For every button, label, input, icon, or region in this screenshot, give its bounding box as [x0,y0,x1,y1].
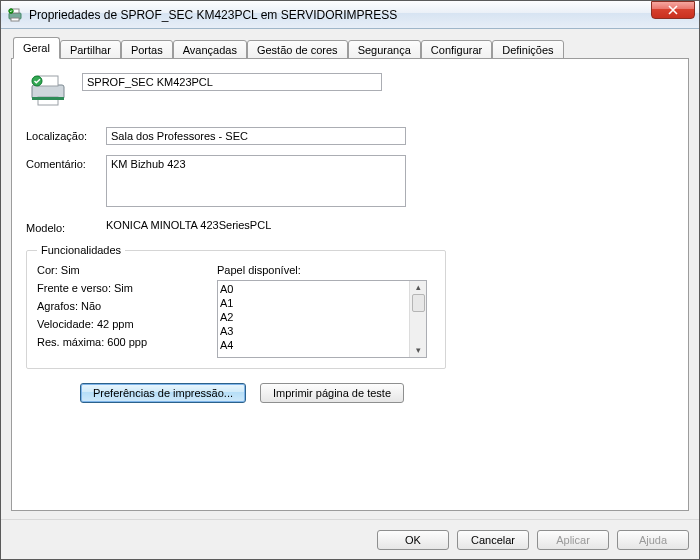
printer-app-icon [7,7,23,23]
comment-input[interactable] [106,155,406,207]
list-item[interactable]: A3 [220,324,407,338]
printing-preferences-button[interactable]: Preferências de impressão... [80,383,246,403]
apply-button[interactable]: Aplicar [537,530,609,550]
scroll-thumb[interactable] [412,294,425,312]
printer-name-input[interactable] [82,73,382,91]
location-input[interactable] [106,127,406,145]
titlebar[interactable]: Propriedades de SPROF_SEC KM423PCL em SE… [1,1,699,29]
feature-duplex: Frente e verso: Sim [37,282,217,294]
print-test-page-button[interactable]: Imprimir página de teste [260,383,404,403]
svg-rect-2 [11,18,19,21]
features-left: Cor: Sim Frente e verso: Sim Agrafos: Nã… [37,264,217,358]
ok-button[interactable]: OK [377,530,449,550]
location-row: Localização: [26,127,674,145]
tab-avancadas[interactable]: Avançadas [173,40,247,60]
svg-rect-7 [32,97,64,100]
properties-window: Propriedades de SPROF_SEC KM423PCL em SE… [0,0,700,560]
scroll-down-icon[interactable]: ▾ [416,346,421,355]
tab-portas[interactable]: Portas [121,40,173,60]
scroll-up-icon[interactable]: ▴ [416,283,421,292]
cancel-button[interactable]: Cancelar [457,530,529,550]
client-area: Geral Partilhar Portas Avançadas Gestão … [1,29,699,519]
action-button-row: Preferências de impressão... Imprimir pá… [80,383,674,403]
tab-seguranca[interactable]: Segurança [348,40,421,60]
list-item[interactable]: A2 [220,310,407,324]
list-item[interactable]: A0 [220,282,407,296]
feature-speed: Velocidade: 42 ppm [37,318,217,330]
paper-list-items: A0 A1 A2 A3 A4 [218,281,409,357]
help-button[interactable]: Ajuda [617,530,689,550]
tab-partilhar[interactable]: Partilhar [60,40,121,60]
scrollbar[interactable]: ▴ ▾ [409,281,426,357]
close-icon [668,5,678,15]
comment-label: Comentário: [26,155,106,170]
tab-strip: Geral Partilhar Portas Avançadas Gestão … [11,37,689,59]
tab-page-geral: Localização: Comentário: Modelo: KONICA … [11,58,689,511]
close-button[interactable] [651,1,695,19]
feature-staple: Agrafos: Não [37,300,217,312]
features-group: Funcionalidades Cor: Sim Frente e verso:… [26,244,446,369]
feature-color: Cor: Sim [37,264,217,276]
printer-name-row [26,73,674,109]
tab-configurar[interactable]: Configurar [421,40,492,60]
list-item[interactable]: A4 [220,338,407,352]
location-label: Localização: [26,127,106,142]
tab-geral[interactable]: Geral [13,37,60,59]
feature-maxres: Res. máxima: 600 ppp [37,336,217,348]
features-legend: Funcionalidades [37,244,125,256]
printer-icon [28,73,68,109]
comment-row: Comentário: [26,155,674,209]
tab-definicoes[interactable]: Definições [492,40,563,60]
list-item[interactable]: A1 [220,296,407,310]
model-value: KONICA MINOLTA 423SeriesPCL [106,219,271,234]
window-title: Propriedades de SPROF_SEC KM423PCL em SE… [29,8,695,22]
paper-available-label: Papel disponível: [217,264,435,276]
tab-gestao-cores[interactable]: Gestão de cores [247,40,348,60]
svg-point-8 [32,76,42,86]
dialog-button-bar: OK Cancelar Aplicar Ajuda [1,519,699,559]
paper-list[interactable]: A0 A1 A2 A3 A4 ▴ ▾ [217,280,427,358]
model-label: Modelo: [26,219,106,234]
model-row: Modelo: KONICA MINOLTA 423SeriesPCL [26,219,674,234]
